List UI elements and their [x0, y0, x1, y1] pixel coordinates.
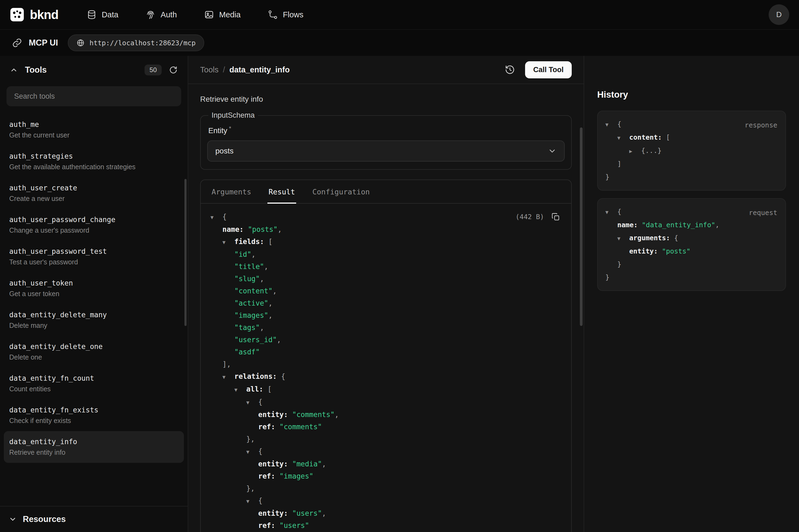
tool-list-item[interactable]: auth_user_password_changeChange a user's…	[4, 209, 184, 241]
json-string: "posts"	[658, 247, 690, 255]
brand[interactable]: bknd	[10, 7, 58, 22]
chevron-down-icon	[9, 515, 17, 523]
nav-item-media[interactable]: Media	[204, 10, 241, 20]
tab-configuration[interactable]: Configuration	[311, 180, 371, 203]
required-mark: *	[229, 125, 231, 132]
sidebar-scrollbar[interactable]	[185, 179, 187, 326]
tool-list-item[interactable]: data_entity_fn_existsCheck if entity exi…	[4, 399, 184, 431]
tab-result[interactable]: Result	[267, 180, 296, 203]
app-root: bknd Data Auth Media Flows D	[0, 0, 799, 532]
tool-list-item[interactable]: auth_meGet the current user	[4, 114, 184, 146]
tool-desc: Get a user token	[9, 290, 178, 298]
expanded-toggle-icon[interactable]: ▼	[617, 232, 629, 245]
breadcrumb-parent[interactable]: Tools	[200, 65, 218, 74]
result-panel: Arguments Result Configuration (442 B) ▼…	[200, 179, 572, 532]
json-line: ]	[605, 157, 778, 171]
history-icon[interactable]	[503, 63, 516, 76]
tool-list-item[interactable]: data_entity_infoRetrieve entity info	[4, 431, 184, 463]
chevron-up-icon[interactable]	[9, 65, 19, 75]
main-scrollbar[interactable]	[580, 128, 583, 326]
copy-icon[interactable]	[550, 211, 562, 223]
search-input[interactable]	[6, 86, 181, 106]
expanded-toggle-icon[interactable]: ▼	[246, 446, 258, 458]
expanded-toggle-icon[interactable]: ▼	[617, 131, 629, 144]
call-tool-button[interactable]: Call Tool	[525, 61, 572, 78]
input-schema-fieldset: InputSchema Entity* posts	[200, 111, 572, 170]
json-key: all:	[246, 385, 263, 393]
tool-list-item[interactable]: data_entity_delete_manyDelete many	[4, 304, 184, 336]
brand-name: bknd	[30, 7, 58, 22]
nav-item-data[interactable]: Data	[87, 10, 118, 20]
tool-name: data_entity_info	[9, 438, 178, 446]
expanded-toggle-icon[interactable]: ▼	[246, 396, 258, 408]
json-string: "slug"	[234, 275, 260, 283]
json-string: "comments"	[275, 423, 322, 431]
mcp-bar: MCP UI http://localhost:28623/mcp	[0, 29, 799, 56]
result-meta: (442 B)	[516, 211, 562, 223]
json-string: "tags"	[234, 323, 260, 331]
mcp-title: MCP UI	[29, 38, 58, 48]
json-line: ▼arguments: {	[605, 232, 778, 245]
json-key: content:	[629, 133, 662, 141]
json-line: },	[210, 433, 562, 445]
search-wrap	[0, 84, 188, 112]
fingerprint-icon	[145, 10, 156, 20]
expanded-toggle-icon[interactable]: ▼	[222, 371, 234, 383]
json-punct: ,	[272, 287, 277, 295]
tools-section-title: Tools	[25, 65, 46, 75]
json-punct: },	[246, 484, 255, 492]
json-punct: {	[617, 208, 621, 215]
resources-section-title: Resources	[23, 514, 66, 524]
json-punct: ,	[268, 311, 272, 319]
json-line: }	[605, 171, 778, 184]
json-string: "users"	[275, 521, 309, 530]
expanded-toggle-icon[interactable]: ▼	[246, 495, 258, 507]
json-punct: }	[617, 260, 621, 268]
expanded-toggle-icon[interactable]: ▼	[605, 206, 617, 218]
json-line: entity: "comments",	[210, 408, 562, 421]
tool-list-item[interactable]: data_entity_delete_oneDelete one	[4, 336, 184, 368]
json-punct: [	[263, 385, 272, 393]
expanded-toggle-icon[interactable]: ▼	[605, 118, 617, 131]
json-punct: ,	[251, 250, 256, 259]
collapsed-toggle-icon[interactable]: ▶	[629, 145, 641, 157]
nav-item-label: Data	[102, 10, 118, 19]
refresh-icon[interactable]	[168, 64, 179, 76]
json-string: "images"	[234, 311, 268, 319]
tool-list-item[interactable]: auth_user_password_testTest a user's pas…	[4, 241, 184, 272]
tool-list-item[interactable]: auth_user_createCreate a new user	[4, 177, 184, 209]
tools-count-badge: 50	[145, 64, 161, 75]
entity-select[interactable]: posts	[207, 140, 565, 162]
nav-item-flows[interactable]: Flows	[268, 10, 304, 20]
json-punct: {	[258, 496, 263, 505]
nav-item-label: Auth	[160, 10, 177, 19]
tools-section-header: Tools 50	[0, 56, 188, 84]
tool-name: auth_user_token	[9, 279, 178, 287]
resources-section-header[interactable]: Resources	[0, 506, 188, 532]
json-string: "comments"	[288, 411, 335, 419]
json-line: ▼{	[210, 445, 562, 458]
nav-item-label: Media	[219, 10, 241, 19]
expanded-toggle-icon[interactable]: ▼	[210, 211, 222, 224]
user-avatar[interactable]: D	[768, 4, 789, 25]
expanded-toggle-icon[interactable]: ▼	[234, 384, 246, 396]
history-entry-request[interactable]: request ▼{name: "data_entity_info",▼argu…	[597, 198, 786, 291]
tool-name: auth_me	[9, 120, 178, 129]
history-entry-response[interactable]: response ▼{▼content: [▶{...}]}	[597, 111, 786, 191]
json-string: "title"	[234, 263, 264, 271]
nav-item-auth[interactable]: Auth	[145, 10, 177, 20]
tab-arguments[interactable]: Arguments	[210, 180, 252, 203]
breadcrumb-separator: /	[223, 65, 225, 74]
tool-description: Retrieve entity info	[200, 95, 572, 103]
expanded-toggle-icon[interactable]: ▼	[222, 236, 234, 248]
json-line: ▼relations: {	[210, 370, 562, 383]
tool-list-item[interactable]: auth_user_tokenGet a user token	[4, 272, 184, 304]
json-punct: ],	[222, 360, 231, 368]
mcp-url-pill[interactable]: http://localhost:28623/mcp	[68, 34, 204, 51]
tool-list-item[interactable]: data_entity_fn_countCount entities	[4, 368, 184, 399]
json-punct: ,	[335, 411, 339, 419]
result-size: (442 B)	[516, 211, 544, 223]
json-line: ],	[210, 358, 562, 370]
tool-list-item[interactable]: auth_strategiesGet the available authent…	[4, 146, 184, 177]
json-line: "id",	[210, 248, 562, 261]
